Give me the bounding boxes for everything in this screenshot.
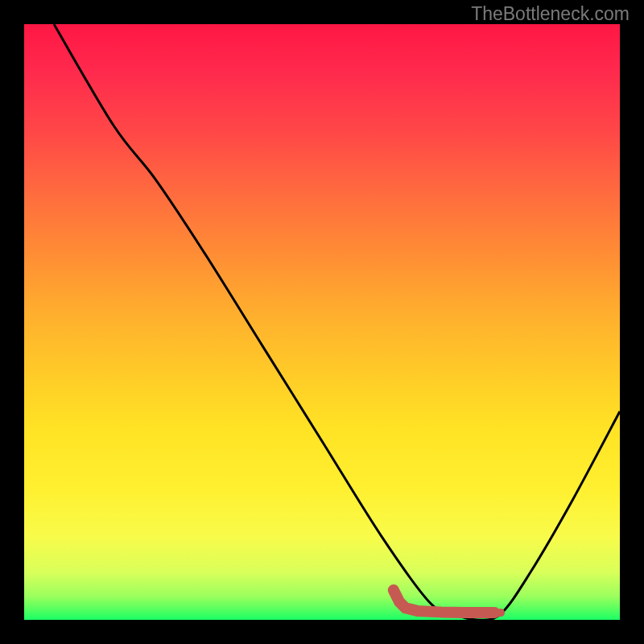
svg-point-0 [481,608,491,617]
svg-point-1 [497,609,505,617]
watermark-text: TheBottleneck.com [471,3,630,25]
chart-svg [24,24,620,620]
chart-container: TheBottleneck.com [0,0,644,644]
plot-area [24,24,620,620]
gradient-background [24,24,620,620]
